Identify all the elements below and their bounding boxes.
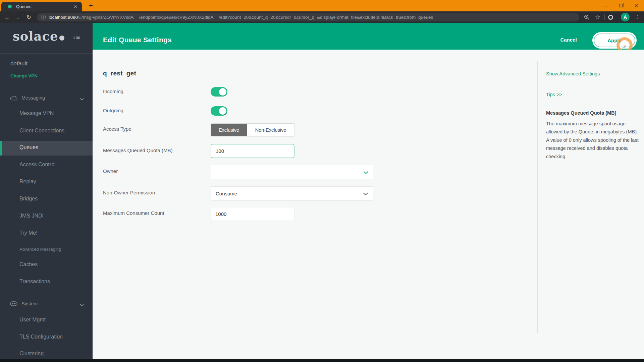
tab-close-icon[interactable]: ✕ — [74, 4, 77, 9]
sidebar-item-queues-selected[interactable]: Queues — [0, 141, 93, 156]
tab-title: Queues — [16, 4, 74, 9]
tab-favicon — [8, 5, 12, 8]
sidebar-divider — [0, 294, 93, 294]
toggle-knob — [219, 88, 226, 96]
logo-dot — [59, 36, 64, 41]
sidebar-section-system[interactable]: System — [10, 301, 38, 306]
page-title: Edit Queue Settings — [103, 36, 172, 44]
sidebar-item-jms-jndi[interactable]: JMS JNDI — [19, 213, 44, 219]
sidebar-item-user-mgmt[interactable]: User Mgmt — [19, 317, 46, 323]
sidebar-item-tls-configuration[interactable]: TLS Configuration — [19, 334, 63, 340]
sidebar-divider — [0, 53, 93, 54]
sidebar-item-bridges[interactable]: Bridges — [19, 196, 38, 202]
window-close-button[interactable]: ✕ — [630, 0, 643, 11]
access-type-label: Access Type — [103, 126, 131, 132]
access-type-option-exclusive[interactable]: Exclusive — [211, 124, 247, 136]
sidebar-item-try-me[interactable]: Try Me! — [19, 230, 38, 236]
non-owner-permission-label: Non-Owner Permission — [103, 190, 155, 195]
sidebar-subheading-advanced-messaging: Advanced Messaging — [19, 247, 61, 252]
extension-glyph — [608, 15, 613, 20]
profile-avatar[interactable]: A — [621, 13, 630, 21]
max-consumer-count-input[interactable] — [211, 207, 294, 221]
page-info-icon[interactable]: ⓘ — [41, 14, 46, 20]
access-type-option-non-exclusive[interactable]: Non-Exclusive — [247, 124, 294, 136]
page-header — [93, 23, 644, 50]
reload-icon[interactable]: ↻ — [24, 13, 33, 21]
incoming-label: Incoming — [103, 88, 123, 94]
sidebar-section-messaging[interactable]: Messaging — [10, 95, 45, 101]
quota-label: Messages Queued Quota (MB) — [103, 147, 173, 153]
change-vpn-link[interactable]: Change VPN — [10, 73, 38, 78]
restore-icon — [619, 4, 623, 7]
outgoing-label: Outgoing — [103, 108, 123, 113]
sidebar-item-transactions[interactable]: Transactions — [19, 279, 50, 285]
sidebar-divider — [0, 88, 93, 88]
cancel-button[interactable]: Cancel — [557, 37, 580, 43]
show-advanced-settings-link[interactable]: Show Advanced Settings — [546, 71, 600, 76]
new-tab-button[interactable]: + — [86, 1, 96, 11]
toolbar-divider — [604, 14, 605, 20]
chevron-down-icon[interactable] — [80, 96, 84, 102]
non-owner-permission-value: Consume — [216, 191, 237, 196]
sidebar-item-caches[interactable]: Caches — [19, 261, 38, 267]
browser-tab[interactable]: Queues ✕ — [1, 2, 82, 11]
browser-menu-icon[interactable]: ⋮ — [633, 12, 642, 22]
chevron-down-icon — [363, 192, 368, 195]
extension-icon[interactable] — [606, 12, 615, 22]
tips-link[interactable]: Tips >> — [546, 92, 562, 97]
owner-dropdown[interactable] — [211, 165, 373, 179]
back-icon[interactable]: ← — [3, 13, 11, 21]
zoom-icon[interactable] — [582, 12, 591, 22]
bookmark-star-icon[interactable]: ☆ — [593, 12, 602, 22]
browser-titlebar — [0, 0, 644, 11]
chevron-down-icon[interactable] — [80, 302, 84, 308]
cloud-icon — [10, 96, 17, 101]
tips-panel-divider — [537, 61, 538, 333]
sidebar-item-replay[interactable]: Replay — [19, 179, 36, 185]
solace-logo: solace — [13, 29, 64, 44]
url-path: /#/msg-vpns/ZGVmYXVsdA==/endpoints/queue… — [78, 15, 433, 20]
access-type-segmented-control: Exclusive Non-Exclusive — [211, 123, 295, 136]
sidebar-item-clustering[interactable]: Clustering — [19, 351, 44, 357]
sidebar-item-message-vpn[interactable]: Message VPN — [19, 110, 54, 116]
bottom-edge-strip — [0, 359, 644, 362]
sidebar-item-access-control[interactable]: Access Control — [19, 162, 56, 168]
forward-icon[interactable]: → — [13, 13, 22, 21]
vpn-name: default — [10, 60, 28, 67]
chevron-down-icon — [363, 171, 369, 174]
incoming-toggle[interactable] — [211, 87, 227, 97]
url-bar[interactable]: ⓘ localhost:8080 /#/msg-vpns/ZGVmYXVsdA=… — [37, 13, 579, 21]
queue-name-title: q_rest_get — [103, 70, 136, 77]
window-restore-button[interactable] — [614, 0, 628, 11]
sidebar-item-client-connections[interactable]: Client Connections — [19, 128, 64, 134]
toggle-knob — [219, 107, 226, 115]
sidebar-collapse-icon[interactable]: ‹≡ — [73, 34, 80, 41]
non-owner-permission-select[interactable]: Consume — [211, 186, 373, 200]
max-consumer-count-label: Maximum Consumer Count — [103, 210, 164, 216]
window-minimize-button[interactable]: — — [599, 0, 612, 11]
system-icon — [10, 301, 17, 306]
tips-heading: Messages Queued Quota (MB) — [546, 110, 616, 116]
quota-input[interactable] — [211, 144, 294, 158]
outgoing-toggle[interactable] — [211, 106, 227, 116]
url-host: localhost:8080 — [49, 15, 78, 20]
tips-body-text: The maximum message spool usage allowed … — [546, 120, 639, 161]
owner-label: Owner — [103, 168, 118, 174]
